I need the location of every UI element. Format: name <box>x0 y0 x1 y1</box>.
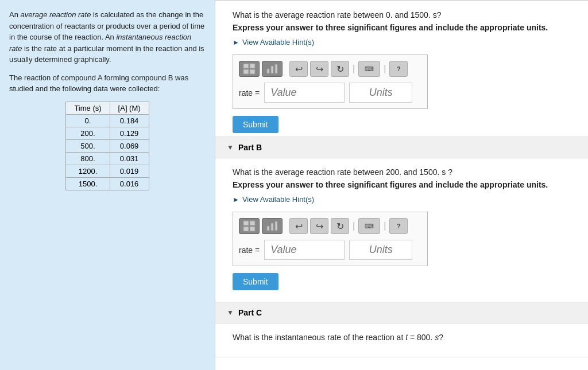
undo-btn-b[interactable]: ↩ <box>289 218 308 234</box>
refresh-btn-b[interactable]: ↻ <box>331 218 349 234</box>
units-input-b[interactable] <box>349 240 412 260</box>
redo-btn-a[interactable]: ↪ <box>310 61 328 77</box>
sep2-b: | <box>353 221 355 231</box>
part-b-bold: Express your answer to three significant… <box>233 180 571 189</box>
part-b-label: Part B <box>238 143 262 152</box>
grid-icon-btn-a[interactable] <box>239 61 260 77</box>
table-cell: 200. <box>66 127 110 139</box>
svg-rect-5 <box>271 66 273 73</box>
chart-icon-btn-b[interactable] <box>262 218 283 234</box>
col-header-conc: [A] (M) <box>110 102 149 114</box>
hint-link-a[interactable]: ► View Available Hint(s) <box>233 38 571 46</box>
answer-box-a: ↩ ↪ ↻ | ⌨ | ? rate = <box>233 54 428 109</box>
table-cell: 1200. <box>66 165 110 177</box>
svg-rect-4 <box>267 69 269 73</box>
rate-label-b: rate = <box>239 246 260 255</box>
part-c-label: Part C <box>238 308 262 317</box>
part-b-question: What is the average reaction rate betwee… <box>233 168 571 177</box>
svg-rect-7 <box>243 221 249 225</box>
hint-arrow-icon-a: ► <box>233 38 239 46</box>
table-cell: 0.031 <box>110 152 149 165</box>
input-row-b: rate = <box>239 240 421 260</box>
input-row-a: rate = <box>239 83 421 103</box>
value-input-a[interactable] <box>264 83 345 103</box>
part-b-header[interactable]: ▼ Part B <box>215 137 588 158</box>
table-cell: 1500. <box>66 177 110 190</box>
hint-link-b[interactable]: ► View Available Hint(s) <box>233 195 571 204</box>
table-cell: 0.129 <box>110 127 149 139</box>
part-b-body: What is the average reaction rate betwee… <box>215 158 588 302</box>
part-a-section: What is the average reaction rate betwee… <box>215 1 588 137</box>
table-cell: 800. <box>66 152 110 165</box>
help-btn-b[interactable]: ? <box>389 218 408 234</box>
compound-text: The reaction of compound A forming compo… <box>9 72 206 95</box>
table-cell: 0.184 <box>110 114 149 127</box>
submit-btn-b[interactable]: Submit <box>233 273 278 290</box>
keyboard-btn-a[interactable]: ⌨ <box>358 61 380 77</box>
part-c-section: ▼ Part C What is the instantaneous rate … <box>215 302 588 357</box>
toolbar-a: ↩ ↪ ↻ | ⌨ | ? <box>239 61 421 77</box>
sep2-a: | <box>353 64 355 74</box>
right-panel: What is the average reaction rate betwee… <box>215 0 588 370</box>
undo-btn-a[interactable]: ↩ <box>289 61 308 77</box>
svg-rect-13 <box>275 221 277 231</box>
submit-btn-a[interactable]: Submit <box>233 116 278 133</box>
rate-label-a: rate = <box>239 88 260 98</box>
value-input-b[interactable] <box>264 240 345 260</box>
keyboard-btn-b[interactable]: ⌨ <box>358 218 380 234</box>
data-table: Time (s) [A] (M) 0.0.184200.0.129500.0.0… <box>65 102 149 190</box>
chart-icon-btn-a[interactable] <box>262 61 283 77</box>
help-btn-a[interactable]: ? <box>389 61 408 77</box>
hint-link-label-a: View Available Hint(s) <box>242 38 314 46</box>
top-question-bold: Express your answer to three significant… <box>233 23 571 32</box>
svg-rect-8 <box>250 221 255 225</box>
sep3-a: | <box>384 64 386 74</box>
left-panel: An average reaction rate is calculated a… <box>0 0 215 370</box>
part-b-arrow-icon: ▼ <box>227 143 234 151</box>
svg-rect-10 <box>250 227 255 231</box>
table-cell: 0.019 <box>110 165 149 177</box>
col-header-time: Time (s) <box>66 102 110 114</box>
svg-rect-6 <box>275 64 277 73</box>
table-cell: 0.069 <box>110 139 149 152</box>
svg-rect-1 <box>250 64 255 68</box>
table-cell: 500. <box>66 139 110 152</box>
sep3-b: | <box>384 221 386 231</box>
part-c-question: What is the instantaneous rate of the re… <box>233 333 571 342</box>
refresh-btn-a[interactable]: ↻ <box>331 61 349 77</box>
svg-rect-2 <box>243 69 249 74</box>
table-cell: 0.016 <box>110 177 149 190</box>
part-c-header[interactable]: ▼ Part C <box>215 302 588 324</box>
svg-rect-11 <box>267 226 269 231</box>
svg-rect-12 <box>271 223 273 231</box>
part-c-arrow-icon: ▼ <box>227 309 234 317</box>
top-question-text: What is the average reaction rate betwee… <box>233 10 571 20</box>
svg-rect-0 <box>243 64 249 68</box>
redo-btn-b[interactable]: ↪ <box>310 218 328 234</box>
intro-text: An average reaction rate is calculated a… <box>9 9 206 65</box>
part-c-body: What is the instantaneous rate of the re… <box>215 324 588 357</box>
answer-box-b: ↩ ↪ ↻ | ⌨ | ? rate = <box>233 212 428 266</box>
hint-arrow-icon-b: ► <box>233 196 239 204</box>
units-input-a[interactable] <box>349 83 412 103</box>
svg-rect-9 <box>243 227 249 231</box>
toolbar-b: ↩ ↪ ↻ | ⌨ | ? <box>239 218 421 234</box>
part-b-section: ▼ Part B What is the average reaction ra… <box>215 137 588 302</box>
svg-rect-3 <box>250 69 255 74</box>
table-cell: 0. <box>66 114 110 127</box>
hint-link-label-b: View Available Hint(s) <box>242 195 314 204</box>
grid-icon-btn-b[interactable] <box>239 218 260 234</box>
